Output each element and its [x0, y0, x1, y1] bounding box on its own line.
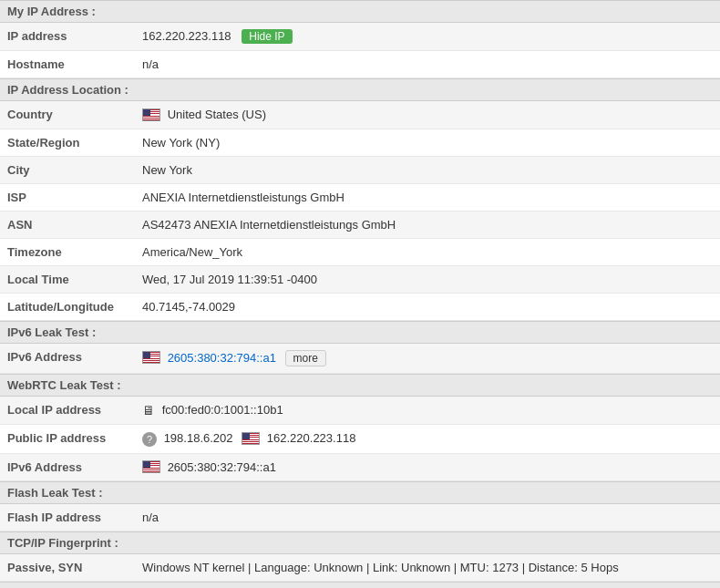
ipv6-address-link[interactable]: 2605:380:32:794::a1	[168, 351, 276, 365]
webrtc-leak-label: WebRTC Leak Test :	[7, 378, 120, 392]
passive-syn-label: Passive, SYN	[0, 558, 135, 577]
us-flag-icon	[142, 108, 160, 121]
webrtc-ipv6-row: IPv6 Address 2605:380:32:794::a1	[0, 454, 720, 482]
ip-location-label: IP Address Location :	[7, 83, 129, 97]
lat-lon-row: Latitude/Longitude 40.7145,-74.0029	[0, 294, 720, 321]
asn-value: AS42473 ANEXIA Internetdienstleistungs G…	[135, 215, 720, 234]
state-region-row: State/Region New York (NY)	[0, 129, 720, 157]
timezone-row: Timezone America/New_York	[0, 239, 720, 266]
local-ip-text: fc00:fed0:0:1001::10b1	[162, 403, 283, 417]
ip-location-header: IP Address Location :	[0, 78, 720, 101]
dns-leak-section: DNS Leak Test : Your DNS Servers IP Addr…	[0, 582, 720, 588]
tcpip-section: TCP/IP Fingerprint : Passive, SYN Window…	[0, 531, 720, 582]
webrtc-leak-header: WebRTC Leak Test :	[0, 374, 720, 397]
tcpip-header: TCP/IP Fingerprint :	[0, 531, 720, 554]
country-label: Country	[0, 105, 135, 125]
monitor-icon: 🖥	[142, 403, 155, 418]
ip-location-section: IP Address Location : Country United Sta…	[0, 78, 720, 321]
local-time-label: Local Time	[0, 270, 135, 289]
flash-leak-section: Flash Leak Test : Flash IP address n/a	[0, 481, 720, 531]
ipv6-leak-label: IPv6 Leak Test :	[7, 325, 96, 339]
more-button[interactable]: more	[285, 350, 326, 366]
webrtc-ipv6-flag-icon	[142, 460, 160, 473]
hide-ip-button[interactable]: Hide IP	[242, 29, 292, 44]
asn-row: ASN AS42473 ANEXIA Internetdienstleistun…	[0, 211, 720, 239]
webrtc-leak-section: WebRTC Leak Test : Local IP address 🖥 fc…	[0, 374, 720, 482]
isp-label: ISP	[0, 188, 135, 207]
ip-address-label: IP address	[0, 26, 135, 46]
local-time-row: Local Time Wed, 17 Jul 2019 11:39:51 -04…	[0, 266, 720, 294]
webrtc-ipv6-text: 2605:380:32:794::a1	[168, 460, 276, 474]
my-ip-section: My IP Address : IP address 162.220.223.1…	[0, 0, 720, 78]
public-ip-row: Public IP address ? 198.18.6.202 162.220…	[0, 425, 720, 454]
isp-row: ISP ANEXIA Internetdienstleistungs GmbH	[0, 184, 720, 211]
flash-ip-label: Flash IP address	[0, 508, 135, 527]
ipv6-us-flag-icon	[142, 351, 160, 364]
tcpip-label: TCP/IP Fingerprint :	[7, 536, 118, 550]
hostname-value: n/a	[135, 55, 720, 74]
ipv6-leak-header: IPv6 Leak Test :	[0, 321, 720, 344]
passive-syn-row: Passive, SYN Windows NT kernel | Languag…	[0, 554, 720, 582]
ipv6-address-label: IPv6 Address	[0, 347, 135, 369]
local-time-value: Wed, 17 Jul 2019 11:39:51 -0400	[135, 270, 720, 289]
public-ip-text1: 198.18.6.202	[164, 431, 233, 445]
ipv6-leak-section: IPv6 Leak Test : IPv6 Address 2605:380:3…	[0, 321, 720, 374]
public-ip-flag-icon	[242, 432, 260, 445]
country-row: Country United States (US)	[0, 101, 720, 129]
country-value: United States (US)	[135, 105, 720, 125]
public-ip-label: Public IP address	[0, 428, 135, 449]
flash-leak-label: Flash Leak Test :	[7, 486, 103, 500]
ip-address-value: 162.220.223.118 Hide IP	[135, 26, 720, 46]
city-row: City New York	[0, 157, 720, 184]
ipv6-address-value: 2605:380:32:794::a1 more	[135, 347, 720, 369]
timezone-label: Timezone	[0, 242, 135, 262]
asn-label: ASN	[0, 215, 135, 234]
public-ip-value: ? 198.18.6.202 162.220.223.118	[135, 428, 720, 449]
hostname-label: Hostname	[0, 55, 135, 74]
lat-lon-label: Latitude/Longitude	[0, 297, 135, 316]
isp-value: ANEXIA Internetdienstleistungs GmbH	[135, 188, 720, 207]
ip-address-text: 162.220.223.118	[142, 29, 231, 43]
local-ip-row: Local IP address 🖥 fc00:fed0:0:1001::10b…	[0, 397, 720, 426]
question-mark-icon: ?	[142, 432, 157, 447]
state-region-label: State/Region	[0, 133, 135, 152]
webrtc-ipv6-label: IPv6 Address	[0, 458, 135, 478]
local-ip-label: Local IP address	[0, 400, 135, 421]
flash-leak-header: Flash Leak Test :	[0, 481, 720, 504]
ip-address-row: IP address 162.220.223.118 Hide IP	[0, 23, 720, 51]
webrtc-ipv6-value: 2605:380:32:794::a1	[135, 458, 720, 478]
state-region-value: New York (NY)	[135, 133, 720, 152]
ipv6-address-row: IPv6 Address 2605:380:32:794::a1 more	[0, 344, 720, 374]
passive-syn-value: Windows NT kernel | Language: Unknown | …	[135, 558, 720, 577]
my-ip-label: My IP Address :	[7, 5, 96, 18]
local-ip-value: 🖥 fc00:fed0:0:1001::10b1	[135, 400, 720, 421]
city-value: New York	[135, 160, 720, 180]
my-ip-header: My IP Address :	[0, 0, 720, 23]
public-ip-text2: 162.220.223.118	[267, 431, 356, 445]
lat-lon-value: 40.7145,-74.0029	[135, 297, 720, 316]
flash-ip-row: Flash IP address n/a	[0, 504, 720, 531]
timezone-value: America/New_York	[135, 242, 720, 262]
flash-ip-value: n/a	[135, 508, 720, 527]
city-label: City	[0, 160, 135, 180]
hostname-row: Hostname n/a	[0, 51, 720, 78]
country-text: United States (US)	[168, 108, 266, 121]
dns-leak-header: DNS Leak Test :	[0, 582, 720, 588]
